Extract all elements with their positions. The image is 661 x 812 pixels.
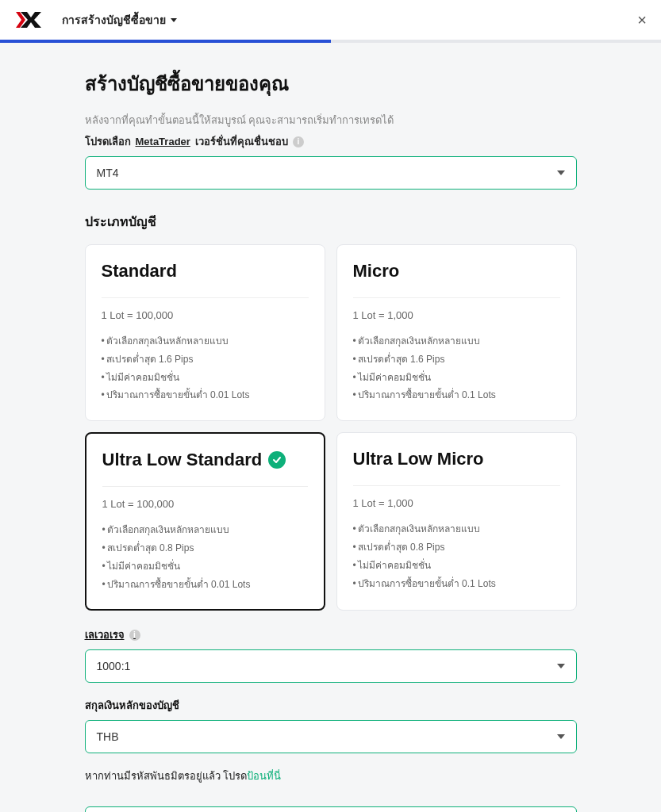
progress-bar bbox=[0, 40, 661, 43]
account-card-ultralow-micro[interactable]: Ultra Low Micro 1 Lot = 1,000 ตัวเลือกสก… bbox=[336, 432, 577, 611]
chevron-down-icon bbox=[557, 734, 565, 739]
app-header: การสร้างบัญชีซื้อขาย × bbox=[0, 0, 661, 40]
close-icon[interactable]: × bbox=[637, 11, 647, 29]
page-heading: สร้างบัญชีซื้อขายของคุณ bbox=[85, 68, 577, 99]
leverage-value: 1000:1 bbox=[97, 660, 131, 672]
consent-box[interactable]: ข้าพเจ้าขอยืนยันว่าได้อ่านและเข้าใจเนื้อ… bbox=[85, 806, 577, 812]
chevron-down-icon bbox=[557, 664, 565, 668]
currency-select[interactable]: THB bbox=[85, 720, 577, 753]
page-subtitle: หลังจากที่คุณทำขั้นตอนนี้ให้สมบูรณ์ คุณจ… bbox=[85, 112, 577, 128]
card-title: Ultra Low Micro bbox=[353, 449, 560, 469]
card-features: ตัวเลือกสกุลเงินหลักหลายแบบ สเปรดต่ำสุด … bbox=[102, 521, 308, 593]
header-title-text: การสร้างบัญชีซื้อขาย bbox=[62, 11, 166, 29]
info-icon[interactable]: i bbox=[129, 630, 140, 641]
brand-logo bbox=[16, 12, 46, 28]
account-card-standard[interactable]: Standard 1 Lot = 100,000 ตัวเลือกสกุลเงิ… bbox=[85, 244, 325, 421]
platform-select[interactable]: MT4 bbox=[85, 156, 577, 190]
info-icon[interactable]: i bbox=[293, 136, 304, 147]
card-title: Standard bbox=[102, 261, 309, 282]
card-lot: 1 Lot = 1,000 bbox=[353, 497, 560, 509]
card-title: Ultra Low Standard bbox=[102, 450, 308, 470]
account-card-micro[interactable]: Micro 1 Lot = 1,000 ตัวเลือกสกุลเงินหลัก… bbox=[336, 244, 577, 421]
card-features: ตัวเลือกสกุลเงินหลักหลายแบบ สเปรดต่ำสุด … bbox=[353, 520, 560, 592]
card-title: Micro bbox=[353, 261, 560, 282]
partner-code-link[interactable]: ป้อนที่นี่ bbox=[247, 770, 281, 782]
leverage-select[interactable]: 1000:1 bbox=[85, 649, 577, 683]
currency-value: THB bbox=[97, 730, 119, 743]
account-type-cards: Standard 1 Lot = 100,000 ตัวเลือกสกุลเงิ… bbox=[85, 244, 577, 611]
currency-label: สกุลเงินหลักของบัญชี bbox=[85, 697, 577, 714]
card-lot: 1 Lot = 100,000 bbox=[102, 498, 308, 510]
chevron-down-icon bbox=[557, 170, 565, 175]
card-lot: 1 Lot = 1,000 bbox=[353, 309, 560, 321]
account-type-heading: ประเภทบัญชี bbox=[85, 212, 577, 232]
card-lot: 1 Lot = 100,000 bbox=[102, 309, 309, 321]
card-features: ตัวเลือกสกุลเงินหลักหลายแบบ สเปรดต่ำสุด … bbox=[102, 332, 309, 404]
header-title-dropdown[interactable]: การสร้างบัญชีซื้อขาย bbox=[62, 11, 177, 29]
platform-value: MT4 bbox=[97, 167, 119, 179]
card-features: ตัวเลือกสกุลเงินหลักหลายแบบ สเปรดต่ำสุด … bbox=[353, 332, 560, 404]
account-card-ultralow-standard[interactable]: Ultra Low Standard 1 Lot = 100,000 ตัวเล… bbox=[85, 432, 325, 611]
progress-fill bbox=[0, 40, 331, 43]
check-icon bbox=[268, 451, 286, 469]
partner-code-text: หากท่านมีรหัสพันธมิตรอยู่แล้ว โปรดป้อนที… bbox=[85, 768, 577, 784]
chevron-down-icon bbox=[171, 18, 177, 22]
platform-label: โปรดเลือก MetaTrader เวอร์ชั่นที่คุณชื่น… bbox=[85, 133, 577, 150]
leverage-label: เลเวอเรจ i bbox=[85, 626, 140, 643]
